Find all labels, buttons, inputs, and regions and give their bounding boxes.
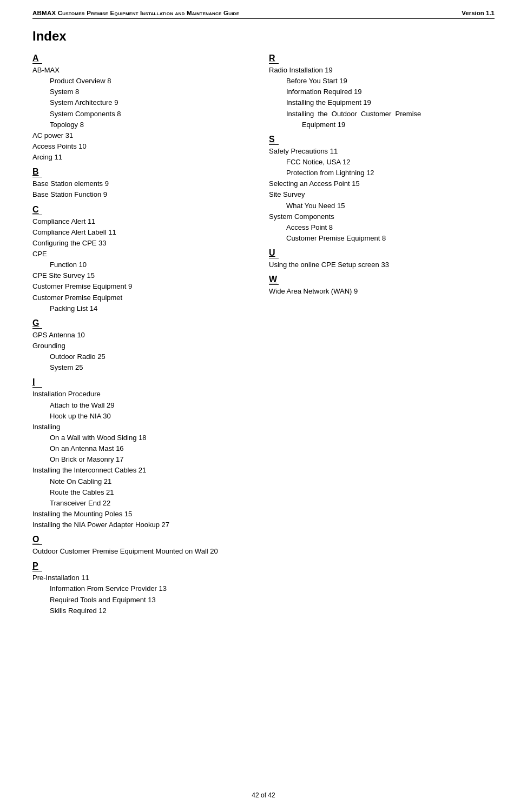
list-item: Transceiver End 22 xyxy=(32,498,247,509)
page-footer: 42 of 42 xyxy=(0,791,527,799)
section-o: O Outdoor Customer Premise Equipment Mou… xyxy=(32,530,247,557)
list-item: Access Point 8 xyxy=(269,222,495,233)
list-item: Site Survey xyxy=(269,189,495,200)
list-item: Customer Premise Equipment 8 xyxy=(269,233,495,244)
list-item: Installing the Equipment 19 xyxy=(269,97,495,108)
section-letter-w: W xyxy=(269,275,279,285)
list-item: Topology 8 xyxy=(32,119,247,130)
list-item: AB-MAX xyxy=(32,65,247,76)
section-i: I Installation Procedure Attach to the W… xyxy=(32,373,247,530)
list-item: Note On Cabling 21 xyxy=(32,476,247,487)
list-item: Selecting an Access Point 15 xyxy=(269,178,495,189)
section-u: U Using the online CPE Setup screen 33 xyxy=(269,244,495,270)
list-item: Compliance Alert 11 xyxy=(32,216,247,227)
list-item: Outdoor Customer Premise Equipment Mount… xyxy=(32,546,247,557)
list-item: CPE Site Survey 15 xyxy=(32,270,247,281)
section-letter-b: B xyxy=(32,167,42,177)
section-letter-r: R xyxy=(269,54,279,64)
page: ABMAX Customer Premise Equipment Install… xyxy=(0,0,527,812)
list-item: Base Station elements 9 xyxy=(32,178,247,189)
list-item: Information Required 19 xyxy=(269,86,495,97)
header-version: Version 1.1 xyxy=(462,10,495,16)
section-w: W Wide Area Network (WAN) 9 xyxy=(269,270,495,297)
list-item: Using the online CPE Setup screen 33 xyxy=(269,259,495,270)
list-item: Before You Start 19 xyxy=(269,76,495,86)
section-b: B Base Station elements 9 Base Station F… xyxy=(32,163,247,200)
list-item: Route the Cables 21 xyxy=(32,487,247,498)
section-letter-c: C xyxy=(32,205,42,215)
header-title: ABMAX Customer Premise Equipment Install… xyxy=(32,10,239,16)
section-p: P Pre-Installation 11 Information From S… xyxy=(32,557,247,616)
list-item: Grounding xyxy=(32,341,247,351)
list-item: Installing the Outdoor Customer Premise … xyxy=(269,109,495,130)
list-item: Installing the Mounting Poles 15 xyxy=(32,509,247,520)
list-item: Installing the Interconnect Cables 21 xyxy=(32,465,247,476)
section-a: A AB-MAX Product Overview 8 System 8 Sys… xyxy=(32,49,247,163)
list-item: Installing xyxy=(32,422,247,432)
list-item: GPS Antenna 10 xyxy=(32,330,247,341)
list-item: Wide Area Network (WAN) 9 xyxy=(269,286,495,297)
section-c: C Compliance Alert 11 Compliance Alert L… xyxy=(32,201,247,314)
list-item: AC power 31 xyxy=(32,130,247,141)
section-s: S Safety Precautions 11 FCC Notice, USA … xyxy=(269,130,495,244)
list-item: Access Points 10 xyxy=(32,141,247,152)
right-column: R Radio Installation 19 Before You Start… xyxy=(264,49,495,297)
list-item: Outdoor Radio 25 xyxy=(32,351,247,362)
section-letter-s: S xyxy=(269,135,279,145)
index-body: A AB-MAX Product Overview 8 System 8 Sys… xyxy=(32,49,495,616)
list-item: On Brick or Masonry 17 xyxy=(32,454,247,465)
list-item: Hook up the NIA 30 xyxy=(32,411,247,422)
list-item: Arcing 11 xyxy=(32,152,247,163)
index-title: Index xyxy=(32,29,495,44)
list-item: Product Overview 8 xyxy=(32,76,247,86)
list-item: On an Antenna Mast 16 xyxy=(32,443,247,454)
list-item: System Architecture 9 xyxy=(32,97,247,108)
list-item: FCC Notice, USA 12 xyxy=(269,157,495,168)
section-letter-i: I xyxy=(32,377,42,388)
list-item: Radio Installation 19 xyxy=(269,65,495,76)
section-letter-o: O xyxy=(32,535,42,545)
section-letter-a: A xyxy=(32,54,42,64)
section-letter-u: U xyxy=(269,248,279,258)
list-item: Pre-Installation 11 xyxy=(32,573,247,583)
list-item: System 25 xyxy=(32,362,247,373)
section-g: G GPS Antenna 10 Grounding Outdoor Radio… xyxy=(32,314,247,374)
list-item: Skills Required 12 xyxy=(32,605,247,616)
left-column: A AB-MAX Product Overview 8 System 8 Sys… xyxy=(32,49,264,616)
list-item: System 8 xyxy=(32,86,247,97)
section-letter-g: G xyxy=(32,318,42,329)
list-item: System Components 8 xyxy=(32,109,247,119)
list-item: Safety Precautions 11 xyxy=(269,146,495,157)
list-item: Installation Procedure xyxy=(32,389,247,400)
list-item: Information From Service Provider 13 xyxy=(32,583,247,594)
list-item: Protection from Lightning 12 xyxy=(269,168,495,178)
page-header: ABMAX Customer Premise Equipment Install… xyxy=(32,10,495,19)
list-item: What You Need 15 xyxy=(269,201,495,211)
list-item: Required Tools and Equipment 13 xyxy=(32,595,247,605)
list-item: Base Station Function 9 xyxy=(32,189,247,200)
section-r: R Radio Installation 19 Before You Start… xyxy=(269,49,495,130)
section-letter-p: P xyxy=(32,561,42,571)
list-item: On a Wall with Wood Siding 18 xyxy=(32,432,247,443)
list-item: CPE xyxy=(32,249,247,259)
list-item: Configuring the CPE 33 xyxy=(32,238,247,249)
list-item: Customer Premise Equipment 9 xyxy=(32,281,247,292)
list-item: Packing List 14 xyxy=(32,303,247,314)
list-item: Customer Premise Equipmet xyxy=(32,292,247,303)
list-item: Installing the NIA Power Adapter Hookup … xyxy=(32,520,247,530)
list-item: Compliance Alert Labell 11 xyxy=(32,227,247,238)
list-item: Attach to the Wall 29 xyxy=(32,400,247,411)
list-item: System Components xyxy=(269,211,495,222)
list-item: Function 10 xyxy=(32,259,247,270)
footer-text: 42 of 42 xyxy=(252,791,275,799)
